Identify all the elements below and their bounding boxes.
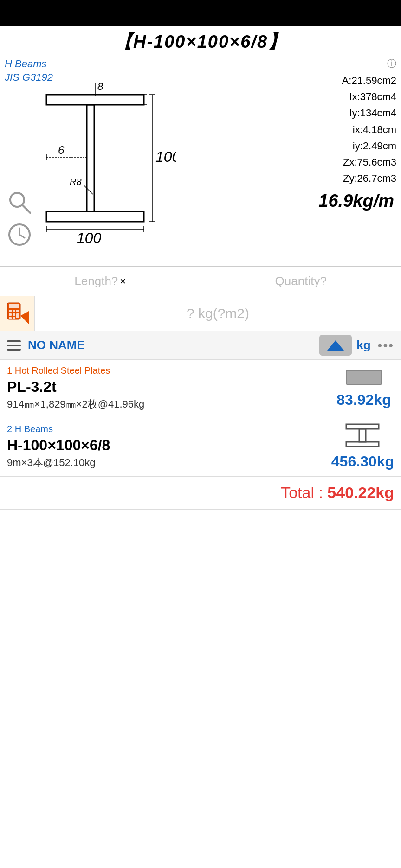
hamburger-line-2 xyxy=(7,345,21,346)
item-right-2: 456.30kg xyxy=(331,423,394,470)
hbeam-icon xyxy=(344,423,381,450)
length-placeholder: Length? xyxy=(74,274,118,288)
list-item-2[interactable]: 2 H Beams H-100×100×6/8 9m×3本@152.10kg 4… xyxy=(0,417,401,476)
item-index-2: 2 xyxy=(7,424,15,434)
spec-area: A:21.59cm2 xyxy=(209,72,396,89)
spec-ix2: ix:4.18cm xyxy=(209,121,396,138)
item-weight-2: 456.30kg xyxy=(331,453,394,470)
diagram-title: 【H-100×100×6/8】 xyxy=(5,30,396,54)
svg-rect-35 xyxy=(16,313,19,318)
svg-rect-31 xyxy=(13,310,15,312)
calc-result: ? kg(?m2) xyxy=(35,306,401,321)
top-status-bar xyxy=(0,0,401,26)
hamburger-line-3 xyxy=(7,349,21,351)
length-input-area[interactable]: Length? × xyxy=(0,267,201,296)
item-index-1: 1 xyxy=(7,365,15,376)
svg-text:8: 8 xyxy=(97,81,103,92)
search-icon[interactable] xyxy=(7,190,32,215)
hamburger-menu[interactable] xyxy=(7,338,21,353)
spec-ix: Ix:378cm4 xyxy=(209,89,396,105)
beam-label: H Beams JIS G3192 xyxy=(5,57,53,84)
diagram-canvas: 8 6 100 100 R xyxy=(32,81,186,257)
item-right-1: 83.92kg xyxy=(334,368,394,408)
plate-icon xyxy=(345,368,382,389)
svg-line-27 xyxy=(19,235,25,238)
svg-line-24 xyxy=(22,205,30,213)
list-header: NO NAME kg ••• xyxy=(0,331,401,360)
svg-rect-29 xyxy=(9,304,19,308)
item-details-1: 914㎜×1,829㎜×2枚@41.96kg xyxy=(7,397,334,411)
list-name: NO NAME xyxy=(28,338,315,352)
info-icon[interactable]: ⓘ xyxy=(209,57,396,70)
item-name-1: PL-3.2t xyxy=(7,378,334,396)
clear-button[interactable]: × xyxy=(120,275,126,287)
scroll-up-button[interactable] xyxy=(319,335,352,356)
list-item-content-1: 1 Hot Rolled Steel Plates PL-3.2t 914㎜×1… xyxy=(7,365,334,411)
svg-text:100: 100 xyxy=(77,230,102,246)
calc-bar: ? kg(?m2) xyxy=(0,296,401,331)
quantity-placeholder: Quantity? xyxy=(275,274,327,288)
svg-rect-39 xyxy=(346,370,382,384)
svg-rect-37 xyxy=(13,317,15,319)
svg-rect-32 xyxy=(16,310,19,312)
calc-icon[interactable] xyxy=(0,296,35,331)
spec-zy: Zy:26.7cm3 xyxy=(209,170,396,186)
item-details-2: 9m×3本@152.10kg xyxy=(7,456,331,470)
svg-rect-36 xyxy=(9,317,12,319)
svg-rect-33 xyxy=(9,313,12,316)
calculator-icon xyxy=(6,302,29,325)
weight-per-meter: 16.9kg/m xyxy=(209,191,396,211)
svg-rect-34 xyxy=(13,313,15,316)
hamburger-line-1 xyxy=(7,340,21,342)
item-category-text-2: H Beams xyxy=(15,424,53,434)
list-items: 1 Hot Rolled Steel Plates PL-3.2t 914㎜×1… xyxy=(0,360,401,476)
item-category-2: 2 H Beams xyxy=(7,424,331,434)
specs-list: A:21.59cm2 Ix:378cm4 Iy:134cm4 ix:4.18cm… xyxy=(209,72,396,186)
beam-type: H Beams xyxy=(5,57,53,71)
item-category-text-1: Hot Rolled Steel Plates xyxy=(15,365,110,376)
total-label: Total : xyxy=(281,484,323,501)
svg-line-19 xyxy=(84,185,93,194)
total-text: Total : 540.22kg xyxy=(281,484,394,501)
item-name-2: H-100×100×6/8 xyxy=(7,436,331,454)
input-section: Length? × Quantity? xyxy=(0,266,401,296)
diagram-right: ⓘ A:21.59cm2 Ix:378cm4 Iy:134cm4 ix:4.18… xyxy=(200,57,396,211)
kg-label: kg xyxy=(356,338,370,352)
total-value: 540.22kg xyxy=(327,484,394,501)
svg-rect-1 xyxy=(87,105,94,211)
svg-text:100: 100 xyxy=(155,148,176,165)
item-category-1: 1 Hot Rolled Steel Plates xyxy=(7,365,334,376)
svg-marker-38 xyxy=(20,311,29,324)
svg-rect-2 xyxy=(46,211,144,222)
diagram-left: H Beams JIS G3192 8 xyxy=(5,57,200,266)
item-weight-1: 83.92kg xyxy=(336,391,391,408)
spec-zx: Zx:75.6cm3 xyxy=(209,154,396,170)
diagram-body: H Beams JIS G3192 8 xyxy=(5,57,396,266)
svg-rect-42 xyxy=(346,442,379,447)
more-options-button[interactable]: ••• xyxy=(378,338,394,353)
svg-rect-0 xyxy=(46,95,144,105)
spec-iy: Iy:134cm4 xyxy=(209,105,396,121)
bottom-space xyxy=(0,510,401,695)
clock-icon[interactable] xyxy=(7,222,32,248)
list-item[interactable]: 1 Hot Rolled Steel Plates PL-3.2t 914㎜×1… xyxy=(0,360,401,417)
svg-rect-41 xyxy=(359,429,366,442)
svg-rect-30 xyxy=(9,310,12,312)
quantity-input-area[interactable]: Quantity? xyxy=(201,267,401,296)
total-bar: Total : 540.22kg xyxy=(0,476,401,510)
list-item-content-2: 2 H Beams H-100×100×6/8 9m×3本@152.10kg xyxy=(7,424,331,470)
svg-text:6: 6 xyxy=(58,144,65,156)
spec-iy2: iy:2.49cm xyxy=(209,138,396,154)
up-arrow-icon xyxy=(327,340,344,351)
hbeam-svg: 8 6 100 100 R xyxy=(32,81,176,252)
svg-text:R8: R8 xyxy=(70,177,82,187)
diagram-section: 【H-100×100×6/8】 H Beams JIS G3192 xyxy=(0,26,401,266)
